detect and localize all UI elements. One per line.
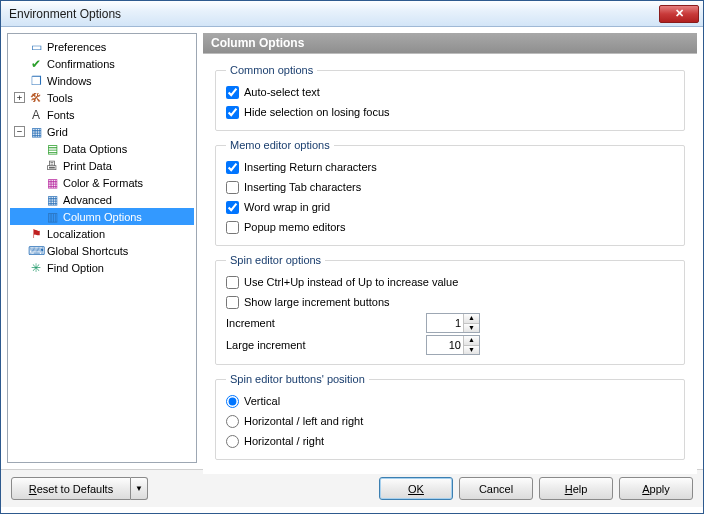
check-insert-tab[interactable]: Inserting Tab characters	[226, 177, 674, 197]
check-word-wrap[interactable]: Word wrap in grid	[226, 197, 674, 217]
nav-tree[interactable]: ▭ Preferences ✔ Confirmations ❐ Windows …	[7, 33, 197, 463]
tree-label: Preferences	[47, 41, 106, 53]
radio-horizontal-left-right[interactable]: Horizontal / left and right	[226, 411, 674, 431]
check-label: Inserting Tab characters	[244, 181, 361, 193]
reset-to-defaults-button[interactable]: RReset to Defaultseset to Defaults	[11, 477, 131, 500]
tree-item-fonts[interactable]: A Fonts	[10, 106, 194, 123]
row-large-increment: Large increment ▲ ▼	[226, 334, 674, 356]
spin-up-icon[interactable]: ▲	[464, 314, 479, 324]
cancel-button[interactable]: Cancel	[459, 477, 533, 500]
check-label: Popup memo editors	[244, 221, 346, 233]
spin-up-icon[interactable]: ▲	[464, 336, 479, 346]
tree-item-find-option[interactable]: ✳ Find Option	[10, 259, 194, 276]
column-options-icon: ▥	[44, 209, 60, 225]
tree-label: Print Data	[63, 160, 112, 172]
check-popup-memo[interactable]: Popup memo editors	[226, 217, 674, 237]
tree-item-localization[interactable]: ⚑ Localization	[10, 225, 194, 242]
color-formats-icon: ▦	[44, 175, 60, 191]
tree-item-column-options[interactable]: ▥ Column Options	[10, 208, 194, 225]
row-increment: Increment ▲ ▼	[226, 312, 674, 334]
reset-to-defaults-splitbutton[interactable]: RReset to Defaultseset to Defaults ▼	[11, 477, 148, 500]
fonts-icon: A	[28, 107, 44, 123]
reset-dropdown-icon[interactable]: ▼	[131, 477, 148, 500]
help-button[interactable]: HelpHelp	[539, 477, 613, 500]
check-ctrl-up[interactable]: Use Ctrl+Up instead of Up to increase va…	[226, 272, 674, 292]
preferences-icon: ▭	[28, 39, 44, 55]
radio-label: Horizontal / left and right	[244, 415, 363, 427]
checkbox[interactable]	[226, 106, 239, 119]
print-icon: 🖶	[44, 158, 60, 174]
large-increment-input[interactable]	[427, 336, 463, 354]
tree-label: Tools	[47, 92, 73, 104]
button-label: OK	[408, 483, 424, 495]
tree-item-confirmations[interactable]: ✔ Confirmations	[10, 55, 194, 72]
tree-label: Global Shortcuts	[47, 245, 128, 257]
tree-label: Confirmations	[47, 58, 115, 70]
radio-horizontal-right[interactable]: Horizontal / right	[226, 431, 674, 451]
tools-icon: 🛠	[28, 90, 44, 106]
checkbox[interactable]	[226, 276, 239, 289]
window-title: Environment Options	[9, 7, 659, 21]
radio[interactable]	[226, 415, 239, 428]
panel-body: Common options Auto-select text Hide sel…	[203, 53, 697, 474]
expander-none	[14, 58, 25, 69]
tree-label: Grid	[47, 126, 68, 138]
increment-input[interactable]	[427, 314, 463, 332]
tree-label: Data Options	[63, 143, 127, 155]
checkbox[interactable]	[226, 86, 239, 99]
checkbox[interactable]	[226, 201, 239, 214]
tree-item-data-options[interactable]: ▤ Data Options	[10, 140, 194, 157]
group-spin-editor: Spin editor options Use Ctrl+Up instead …	[215, 254, 685, 365]
tree-item-global-shortcuts[interactable]: ⌨ Global Shortcuts	[10, 242, 194, 259]
spin-down-icon[interactable]: ▼	[464, 346, 479, 355]
group-legend: Common options	[226, 64, 317, 76]
tree-label: Advanced	[63, 194, 112, 206]
tree-item-preferences[interactable]: ▭ Preferences	[10, 38, 194, 55]
apply-button[interactable]: ApplyApply	[619, 477, 693, 500]
tree-item-grid[interactable]: − ▦ Grid	[10, 123, 194, 140]
check-label: Auto-select text	[244, 86, 320, 98]
check-label: Word wrap in grid	[244, 201, 330, 213]
radio-vertical[interactable]: Vertical	[226, 391, 674, 411]
panel-title: Column Options	[203, 33, 697, 53]
check-label: Inserting Return characters	[244, 161, 377, 173]
expander-expanded-icon[interactable]: −	[14, 126, 25, 137]
group-legend: Spin editor buttons' position	[226, 373, 369, 385]
tree-item-print-data[interactable]: 🖶 Print Data	[10, 157, 194, 174]
radio[interactable]	[226, 435, 239, 448]
checkbox[interactable]	[226, 296, 239, 309]
windows-icon: ❐	[28, 73, 44, 89]
expander-none	[14, 109, 25, 120]
titlebar: Environment Options ✕	[1, 1, 703, 27]
dialog-footer: RReset to Defaultseset to Defaults ▼ OK …	[1, 469, 703, 507]
tree-label: Column Options	[63, 211, 142, 223]
increment-spinner[interactable]: ▲ ▼	[426, 313, 480, 333]
group-legend: Spin editor options	[226, 254, 325, 266]
field-label: Increment	[226, 317, 426, 329]
tree-item-color-formats[interactable]: ▦ Color & Formats	[10, 174, 194, 191]
tree-item-tools[interactable]: + 🛠 Tools	[10, 89, 194, 106]
tree-item-advanced[interactable]: ▦ Advanced	[10, 191, 194, 208]
checkbox[interactable]	[226, 181, 239, 194]
checkbox[interactable]	[226, 221, 239, 234]
radio[interactable]	[226, 395, 239, 408]
check-auto-select-text[interactable]: Auto-select text	[226, 82, 674, 102]
large-increment-spinner[interactable]: ▲ ▼	[426, 335, 480, 355]
shortcuts-icon: ⌨	[28, 243, 44, 259]
expander-none	[14, 228, 25, 239]
confirmations-icon: ✔	[28, 56, 44, 72]
check-insert-return[interactable]: Inserting Return characters	[226, 157, 674, 177]
check-hide-selection[interactable]: Hide selection on losing focus	[226, 102, 674, 122]
expander-collapsed-icon[interactable]: +	[14, 92, 25, 103]
localization-icon: ⚑	[28, 226, 44, 242]
spin-down-icon[interactable]: ▼	[464, 324, 479, 333]
tree-label: Color & Formats	[63, 177, 143, 189]
checkbox[interactable]	[226, 161, 239, 174]
tree-label: Find Option	[47, 262, 104, 274]
close-button[interactable]: ✕	[659, 5, 699, 23]
tree-item-windows[interactable]: ❐ Windows	[10, 72, 194, 89]
check-large-buttons[interactable]: Show large increment buttons	[226, 292, 674, 312]
ok-button[interactable]: OK	[379, 477, 453, 500]
close-icon: ✕	[675, 7, 684, 20]
find-icon: ✳	[28, 260, 44, 276]
